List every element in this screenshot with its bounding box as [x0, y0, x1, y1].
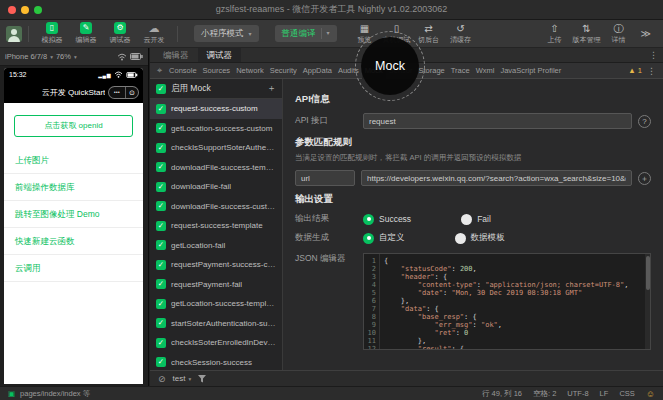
debugger-panel: 编辑器调试器 ⋮ ⌖ ConsoleSourcesNetworkSecurity…	[150, 48, 663, 386]
radio-selected-icon[interactable]	[363, 214, 374, 225]
minimize-target-icon[interactable]: ⊙	[126, 87, 138, 98]
editor-scrollbar[interactable]	[645, 254, 650, 349]
rule-checkbox-checked[interactable]: ✓	[156, 123, 166, 133]
devtools-tab-javascript-profiler[interactable]: JavaScript Profiler	[497, 63, 564, 79]
editor-code[interactable]: { "statusCode": 200, "header": { "conten…	[380, 254, 650, 349]
enable-mock-checkbox[interactable]: ✓	[156, 84, 166, 94]
toolbar-action-clear-cache[interactable]: ↺ 清缓存	[445, 23, 477, 45]
rule-value-input[interactable]	[361, 170, 632, 186]
phone-menu-item[interactable]: 前端操作数据库	[4, 174, 143, 201]
devtools-kebab-icon[interactable]: ⋮	[647, 66, 656, 76]
toolbar-toggle-cloud-dev[interactable]: ☁ 云开发	[137, 22, 171, 45]
toolbar-action-version-manage[interactable]: ⇅ 版本管理	[571, 23, 603, 45]
mock-list-item[interactable]: ✓ getLocation-success-template	[150, 294, 282, 314]
phone-menu-item[interactable]: 上传图片	[4, 147, 143, 174]
mock-list-item[interactable]: ✓ downloadFile-success-template	[150, 158, 282, 178]
close-window-button[interactable]	[8, 6, 16, 14]
zoom-window-button[interactable]	[34, 6, 42, 14]
mock-list-item[interactable]: ✓ downloadFile-success-custom	[150, 197, 282, 217]
json-editor[interactable]: 1 2 3 4 5 6 7 8 9 10 11 12 13 { "statusC…	[363, 253, 651, 350]
mock-list-item[interactable]: ✓ request-success-custom	[150, 99, 282, 119]
mock-list-item[interactable]: ✓ downloadFile-fail	[150, 177, 282, 197]
minimize-window-button[interactable]	[21, 6, 29, 14]
rule-checkbox-checked[interactable]: ✓	[156, 221, 166, 231]
warning-count-badge[interactable]: ▲ 1	[628, 66, 642, 75]
rule-checkbox-checked[interactable]: ✓	[156, 357, 166, 367]
radio-selected-icon[interactable]	[363, 233, 374, 244]
section-output: 输出设置	[295, 193, 651, 206]
rule-checkbox-checked[interactable]: ✓	[156, 338, 166, 348]
devtools-tab-storage[interactable]: Storage	[415, 63, 447, 79]
rule-key-input[interactable]	[295, 170, 355, 186]
devtools-tab-wxml[interactable]: Wxml	[473, 63, 498, 79]
rule-checkbox-checked[interactable]: ✓	[156, 279, 166, 289]
mock-list-item[interactable]: ✓ getLocation-fail	[150, 236, 282, 256]
rule-checkbox-checked[interactable]: ✓	[156, 182, 166, 192]
rule-checkbox-checked[interactable]: ✓	[156, 143, 166, 153]
phone-menu-item[interactable]: 跳转至图像处理 Demo	[4, 201, 143, 228]
pane-tab[interactable]: 编辑器	[154, 48, 198, 62]
mode-select[interactable]: 小程序模式 ▾	[194, 25, 259, 42]
radio-custom[interactable]: 自定义	[363, 232, 405, 244]
devtools-tab-audits[interactable]: Audits	[335, 63, 362, 79]
feedback-smiley-icon[interactable]: ☺	[646, 389, 655, 399]
radio-unselected-icon[interactable]	[455, 233, 466, 244]
menu-dots-icon[interactable]: •••	[109, 87, 126, 98]
clear-console-icon[interactable]: ⊘	[158, 371, 166, 387]
radio-success[interactable]: Success	[363, 214, 411, 225]
toolbar-action-details[interactable]: ⓘ 详情	[603, 23, 635, 45]
devtools-tab-sources[interactable]: Sources	[200, 63, 234, 79]
help-icon[interactable]: ?	[638, 115, 651, 128]
device-select[interactable]: iPhone 6/7/8	[5, 52, 47, 61]
inspect-element-icon[interactable]: ⌖	[157, 65, 162, 76]
capsule-menu[interactable]: ••• ⊙	[108, 86, 139, 99]
devtools-tab-console[interactable]: Console	[166, 63, 200, 79]
zoom-select[interactable]: 76%	[56, 52, 71, 61]
add-rule-row-icon[interactable]: ＋	[638, 172, 651, 185]
toolbar-toggle-debugger[interactable]: ⚙ 调试器	[103, 22, 137, 45]
add-rule-icon[interactable]: ＋	[267, 82, 276, 95]
pane-tab[interactable]: 调试器	[198, 48, 242, 62]
section-api-info: API信息	[295, 93, 651, 106]
mock-list-item[interactable]: ✓ requestPayment-fail	[150, 275, 282, 295]
mock-list-item[interactable]: ✓ checkSession-success	[150, 353, 282, 371]
rule-checkbox-checked[interactable]: ✓	[156, 162, 166, 172]
mock-list-item[interactable]: ✓ requestPayment-success-custom	[150, 255, 282, 275]
toolbar-overflow-button[interactable]: ≫	[641, 28, 651, 39]
mock-list-item[interactable]: ✓ request-success-template	[150, 216, 282, 236]
toolbar-action-switch-background[interactable]: ⇄ 切后台	[413, 23, 445, 45]
rule-checkbox-checked[interactable]: ✓	[156, 260, 166, 270]
mock-list-item[interactable]: ✓ checkIsSupportSoterAuthentication-succ…	[150, 138, 282, 158]
mock-list-item[interactable]: ✓ getLocation-success-custom	[150, 119, 282, 139]
phone-menu-item[interactable]: 快速新建云函数	[4, 228, 143, 255]
current-page-path[interactable]: pages/index/index 等	[20, 389, 90, 399]
get-openid-button[interactable]: 点击获取 openid	[14, 115, 133, 137]
phone-page-content: 点击获取 openid 上传图片前端操作数据库跳转至图像处理 Demo快速新建云…	[4, 115, 143, 282]
rule-checkbox-checked[interactable]: ✓	[156, 201, 166, 211]
compile-select[interactable]: 普通编译 ▾	[275, 25, 337, 42]
phone-menu-item[interactable]: 云调用	[4, 255, 143, 282]
console-context-select[interactable]: test ▾	[173, 374, 192, 383]
devtools-tab-security[interactable]: Security	[267, 63, 300, 79]
rule-checkbox-checked[interactable]: ✓	[156, 299, 166, 309]
api-field-label: API 接口	[295, 115, 357, 127]
radio-fail[interactable]: Fail	[461, 214, 491, 225]
devtools-tab-appdata[interactable]: AppData	[300, 63, 335, 79]
battery-icon	[130, 53, 143, 60]
filter-icon[interactable]	[198, 375, 206, 383]
rule-checkbox-checked[interactable]: ✓	[156, 240, 166, 250]
mock-list-item[interactable]: ✓ startSoterAuthentication-success	[150, 314, 282, 334]
rule-checkbox-checked[interactable]: ✓	[156, 318, 166, 328]
radio-unselected-icon[interactable]	[461, 214, 472, 225]
api-input[interactable]	[363, 113, 632, 129]
devtools-tab-trace[interactable]: Trace	[448, 63, 473, 79]
mock-list-item[interactable]: ✓ checkIsSoterEnrolledInDevice	[150, 333, 282, 353]
devtools-tab-network[interactable]: Network	[233, 63, 267, 79]
toolbar-action-upload[interactable]: ⇧ 上传	[539, 23, 571, 45]
kebab-menu-icon[interactable]: ⋮	[649, 48, 658, 63]
radio-template[interactable]: 数据模板	[455, 232, 505, 244]
toolbar-toggle-editor[interactable]: ✎ 编辑器	[69, 22, 103, 45]
rule-checkbox-checked[interactable]: ✓	[156, 104, 166, 114]
user-avatar[interactable]	[6, 26, 22, 42]
toolbar-toggle-simulator[interactable]: ▯ 模拟器	[35, 22, 69, 45]
